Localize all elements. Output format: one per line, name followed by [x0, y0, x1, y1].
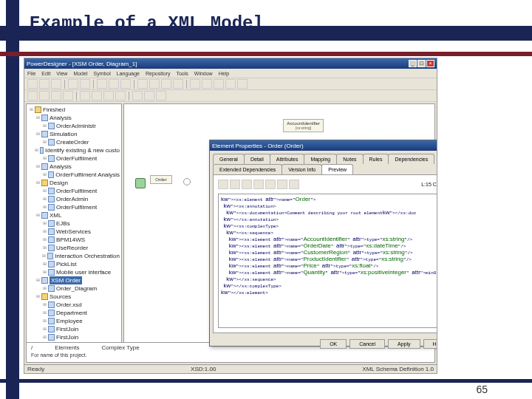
preview-toolbar-button[interactable] — [230, 180, 240, 189]
preview-toolbar-button[interactable] — [277, 180, 287, 189]
tree-item[interactable]: ⊞XML — [28, 211, 120, 219]
menu-help[interactable]: Help — [219, 71, 229, 76]
expand-icon[interactable]: ⊞ — [35, 146, 38, 154]
ok-button[interactable]: OK — [320, 339, 347, 349]
toolbar-button[interactable] — [156, 91, 166, 100]
tree-item[interactable]: ⊞Identify existing & new custo — [28, 146, 120, 154]
expand-icon[interactable]: ⊞ — [43, 301, 47, 309]
toolbar-button[interactable] — [237, 79, 248, 89]
menu-view[interactable]: View — [56, 71, 67, 76]
tree-item[interactable]: ⊞OrderFulfilment — [28, 203, 120, 211]
tab-attributes[interactable]: Attributes — [270, 154, 305, 164]
expand-icon[interactable]: ⊞ — [43, 122, 47, 130]
diagram-element-node[interactable] — [135, 178, 146, 188]
toolbar-button[interactable] — [149, 79, 160, 89]
menu-file[interactable]: File — [27, 71, 35, 76]
apply-button[interactable]: Apply — [388, 339, 420, 349]
toolbar-button[interactable] — [27, 79, 38, 89]
toolbar-button[interactable] — [51, 91, 61, 100]
tree-item[interactable]: ⊞BPM14WS — [28, 236, 120, 244]
toolbar-button[interactable] — [97, 79, 107, 89]
tree-item[interactable]: ⊞Employee — [28, 317, 120, 325]
close-button[interactable]: × — [426, 60, 434, 67]
cancel-button[interactable]: Cancel — [349, 339, 385, 349]
expand-icon[interactable]: ⊞ — [36, 211, 40, 219]
tab-version-info[interactable]: Version Info — [282, 164, 322, 174]
toolbar-button[interactable] — [161, 79, 171, 89]
tree-item[interactable]: ⊞UseReorder — [28, 244, 120, 252]
tab-rules[interactable]: Rules — [363, 154, 389, 164]
expand-icon[interactable]: ⊞ — [43, 325, 47, 333]
expand-icon[interactable]: ⊞ — [30, 106, 33, 114]
expand-icon[interactable]: ⊞ — [43, 154, 47, 163]
toolbar-button[interactable] — [92, 91, 102, 100]
toolbar-button[interactable] — [51, 79, 61, 89]
toolbar-button[interactable] — [214, 79, 224, 89]
tab-preview[interactable]: Preview — [321, 164, 353, 174]
dialog-help-icon[interactable]: ? — [437, 142, 437, 149]
tree-item[interactable]: ⊞Interaction Orchestration — [28, 252, 120, 260]
tree-item[interactable]: ⊞Order.xsd — [28, 301, 120, 309]
tree-item[interactable]: ⊞PickList — [28, 260, 120, 268]
tab-detail[interactable]: Detail — [244, 154, 270, 164]
tree-item[interactable]: ⊞FirstJoin — [28, 333, 120, 341]
tab-mapping[interactable]: Mapping — [304, 154, 337, 164]
menu-tools[interactable]: Tools — [176, 71, 188, 76]
maximize-button[interactable]: □ — [417, 60, 426, 67]
object-browser[interactable]: ⊞Finished⊞Analysis⊞OrderAdministr⊞Simula… — [26, 103, 122, 351]
toolbar-button[interactable] — [115, 91, 126, 100]
tree-item[interactable]: ⊞Simulation — [28, 130, 120, 138]
menu-repository[interactable]: Repository — [146, 71, 170, 76]
tree-item[interactable]: ⊞Sources — [28, 293, 120, 301]
expand-icon[interactable]: ⊞ — [43, 203, 47, 211]
expand-icon[interactable]: ⊞ — [43, 187, 47, 195]
toolbar-button[interactable] — [109, 79, 119, 89]
menu-edit[interactable]: Edit — [41, 71, 50, 76]
toolbar-button[interactable] — [120, 79, 131, 89]
tree-item[interactable]: ⊞OrderFulfilment — [28, 154, 120, 163]
toolbar-button[interactable] — [173, 79, 183, 89]
toolbar-button[interactable] — [103, 91, 114, 100]
tab-notes[interactable]: Notes — [336, 154, 363, 164]
menu-language[interactable]: Language — [117, 71, 140, 76]
expand-icon[interactable]: ⊞ — [36, 293, 40, 301]
tree-item[interactable]: ⊞Department — [28, 309, 120, 317]
toolbar-button[interactable] — [225, 79, 236, 89]
tree-item[interactable]: ⊞OrderFulfilment — [28, 187, 120, 195]
expand-icon[interactable]: ⊞ — [43, 317, 47, 325]
tree-item[interactable]: ⊞Analysis — [28, 163, 120, 171]
tree-item[interactable]: ⊞EJBs — [28, 219, 120, 228]
expand-icon[interactable]: ⊞ — [43, 268, 47, 276]
tree-item[interactable]: ⊞Design — [28, 179, 120, 187]
tree-item[interactable]: ⊞Finished — [28, 106, 120, 114]
tree-item[interactable]: ⊞OrderAdministr — [28, 122, 120, 130]
xml-preview-code[interactable]: kw"><xs:element attr">name="Order"> kw">… — [218, 194, 437, 328]
toolbar-button[interactable] — [137, 79, 148, 89]
tree-item[interactable]: ⊞Analysis — [28, 114, 120, 122]
expand-icon[interactable]: ⊞ — [43, 236, 47, 244]
tree-item[interactable]: ⊞XSM Order — [28, 276, 120, 284]
diagram-order-element[interactable]: Order — [150, 175, 172, 184]
preview-toolbar-button[interactable] — [242, 180, 252, 189]
expand-icon[interactable]: ⊞ — [43, 138, 47, 146]
dialog-titlebar[interactable]: Element Properties - Order (Order) ? × — [210, 140, 437, 151]
preview-toolbar-button[interactable] — [289, 180, 299, 189]
toolbar-button[interactable] — [80, 79, 90, 89]
tab-dependencies[interactable]: Dependencies — [388, 154, 434, 164]
window-titlebar[interactable]: PowerDesigner - [XSM Order, Diagram_1] _… — [24, 58, 437, 69]
toolbar-button[interactable] — [190, 79, 200, 89]
tree-item[interactable]: ⊞Mobile user interface — [28, 268, 120, 276]
menu-model[interactable]: Model — [73, 71, 87, 76]
expand-icon[interactable]: ⊞ — [36, 276, 40, 284]
menu-symbol[interactable]: Symbol — [93, 71, 110, 76]
toolbar-button[interactable] — [132, 91, 143, 100]
preview-toolbar-button[interactable] — [218, 180, 228, 189]
toolbar-button[interactable] — [68, 79, 78, 89]
toolbar-button[interactable] — [80, 91, 90, 100]
toolbar-button[interactable] — [39, 91, 50, 100]
toolbar-button[interactable] — [27, 91, 38, 100]
menu-window[interactable]: Window — [194, 71, 213, 76]
expand-icon[interactable]: ⊞ — [43, 219, 47, 228]
toolbar-button[interactable] — [39, 79, 50, 89]
expand-icon[interactable]: ⊞ — [43, 228, 47, 236]
